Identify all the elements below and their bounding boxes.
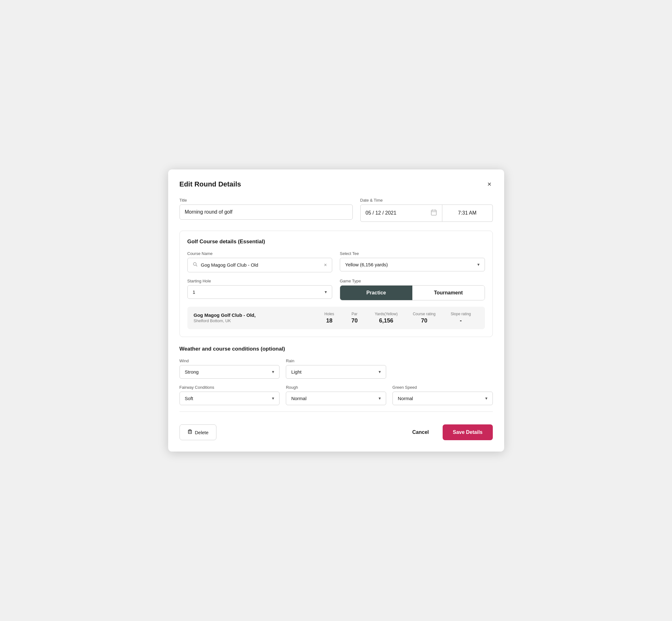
top-row: Title Date & Time 05 / 12 / 2021 (179, 198, 493, 222)
wind-dropdown[interactable]: Strong ▾ (179, 365, 280, 379)
course-info-location: Shelford Bottom, UK (194, 318, 317, 323)
rain-label: Rain (286, 359, 386, 363)
hole-gametype-row: Starting Hole 1 ▾ Game Type Practice Tou… (187, 279, 485, 300)
holes-label: Holes (324, 312, 334, 316)
wind-value: Strong (185, 369, 199, 375)
course-name-value: Gog Magog Golf Club - Old (201, 262, 321, 267)
rough-label: Rough (286, 385, 386, 390)
rain-value: Light (291, 369, 302, 375)
chevron-down-icon-7: ▾ (485, 396, 488, 401)
delete-label: Delete (195, 430, 209, 435)
game-type-label: Game Type (340, 279, 485, 283)
course-name-group: Course Name Gog Magog Golf Club - Old × (187, 251, 333, 272)
yards-value: 6,156 (379, 318, 393, 324)
course-rating-stat: Course rating 70 (405, 312, 443, 324)
date-input[interactable]: 05 / 12 / 2021 (360, 204, 442, 222)
modal-title: Edit Round Details (179, 180, 241, 189)
wind-rain-row: Wind Strong ▾ Rain Light ▾ (179, 359, 493, 379)
cancel-button[interactable]: Cancel (406, 425, 435, 440)
starting-hole-dropdown[interactable]: 1 ▾ (187, 285, 333, 299)
starting-hole-value: 1 (193, 289, 195, 295)
golf-section-title: Golf Course details (Essential) (187, 239, 485, 245)
yards-stat: Yards(Yellow) 6,156 (367, 312, 406, 324)
rough-dropdown[interactable]: Normal ▾ (286, 391, 386, 405)
rough-value: Normal (291, 396, 306, 401)
course-info-name: Gog Magog Golf Club - Old, Shelford Bott… (194, 313, 317, 323)
tournament-button[interactable]: Tournament (412, 286, 485, 300)
game-type-toggle: Practice Tournament (340, 285, 485, 300)
rough-group: Rough Normal ▾ (286, 385, 386, 405)
course-rating-value: 70 (421, 318, 427, 324)
course-name-input[interactable]: Gog Magog Golf Club - Old × (187, 258, 333, 272)
footer-row: Delete Cancel Save Details (179, 419, 493, 440)
holes-stat: Holes 18 (317, 312, 342, 324)
wind-label: Wind (179, 359, 280, 363)
chevron-down-icon-6: ▾ (379, 396, 381, 401)
svg-line-5 (196, 265, 197, 266)
course-tee-row: Course Name Gog Magog Golf Club - Old × … (187, 251, 485, 272)
green-speed-group: Green Speed Normal ▾ (392, 385, 493, 405)
slope-value: - (460, 318, 462, 324)
weather-section-title: Weather and course conditions (optional) (179, 346, 493, 352)
course-rating-label: Course rating (413, 312, 435, 316)
edit-round-modal: Edit Round Details × Title Date & Time 0… (168, 169, 504, 452)
title-label: Title (179, 198, 353, 203)
weather-section: Weather and course conditions (optional)… (179, 346, 493, 405)
svg-rect-6 (188, 430, 192, 433)
title-field-group: Title (179, 198, 353, 222)
course-name-clear-icon[interactable]: × (324, 262, 327, 268)
rain-group: Rain Light ▾ (286, 359, 386, 379)
search-icon (193, 262, 198, 268)
wind-group: Wind Strong ▾ (179, 359, 280, 379)
holes-value: 18 (326, 318, 333, 324)
select-tee-group: Select Tee Yellow (6,156 yards) ▾ (340, 251, 485, 272)
course-info-name-bold: Gog Magog Golf Club - Old, (194, 313, 317, 318)
datetime-fields: 05 / 12 / 2021 7:31 AM (360, 204, 493, 222)
fairway-rough-green-row: Fairway Conditions Soft ▾ Rough Normal ▾… (179, 385, 493, 405)
rain-dropdown[interactable]: Light ▾ (286, 365, 386, 379)
datetime-label: Date & Time (360, 198, 493, 203)
date-value: 05 / 12 / 2021 (366, 210, 428, 216)
starting-hole-label: Starting Hole (187, 279, 333, 283)
chevron-down-icon-4: ▾ (379, 369, 381, 374)
close-button[interactable]: × (486, 179, 493, 189)
par-label: Par (351, 312, 358, 316)
slope-label: Slope rating (451, 312, 471, 316)
svg-point-4 (194, 262, 196, 265)
select-tee-value: Yellow (6,156 yards) (345, 262, 388, 267)
title-input[interactable] (179, 204, 353, 220)
fairway-label: Fairway Conditions (179, 385, 280, 390)
green-speed-label: Green Speed (392, 385, 493, 390)
svg-rect-0 (431, 210, 436, 215)
modal-header: Edit Round Details × (179, 179, 493, 189)
select-tee-dropdown[interactable]: Yellow (6,156 yards) ▾ (340, 258, 485, 272)
fairway-value: Soft (185, 396, 194, 401)
time-value: 7:31 AM (458, 210, 477, 216)
yards-label: Yards(Yellow) (375, 312, 398, 316)
save-button[interactable]: Save Details (443, 424, 493, 440)
chevron-down-icon-3: ▾ (272, 369, 274, 374)
green-speed-dropdown[interactable]: Normal ▾ (392, 391, 493, 405)
chevron-down-icon-5: ▾ (272, 396, 274, 401)
game-type-group: Game Type Practice Tournament (340, 279, 485, 300)
delete-button[interactable]: Delete (179, 424, 216, 440)
practice-button[interactable]: Practice (340, 286, 412, 300)
footer-right: Cancel Save Details (406, 424, 493, 440)
calendar-icon (431, 209, 437, 217)
par-value: 70 (351, 318, 358, 324)
fairway-group: Fairway Conditions Soft ▾ (179, 385, 280, 405)
starting-hole-group: Starting Hole 1 ▾ (187, 279, 333, 300)
green-speed-value: Normal (398, 396, 413, 401)
footer-divider (179, 411, 493, 412)
select-tee-label: Select Tee (340, 251, 485, 256)
time-input[interactable]: 7:31 AM (442, 204, 493, 222)
chevron-down-icon-2: ▾ (325, 289, 327, 294)
golf-course-section: Golf Course details (Essential) Course N… (179, 231, 493, 337)
fairway-dropdown[interactable]: Soft ▾ (179, 391, 280, 405)
course-name-label: Course Name (187, 251, 333, 256)
datetime-field-group: Date & Time 05 / 12 / 2021 7:31 AM (360, 198, 493, 222)
slope-stat: Slope rating - (443, 312, 478, 324)
par-stat: Par 70 (342, 312, 367, 324)
course-info-row: Gog Magog Golf Club - Old, Shelford Bott… (187, 307, 485, 329)
chevron-down-icon: ▾ (477, 262, 479, 267)
